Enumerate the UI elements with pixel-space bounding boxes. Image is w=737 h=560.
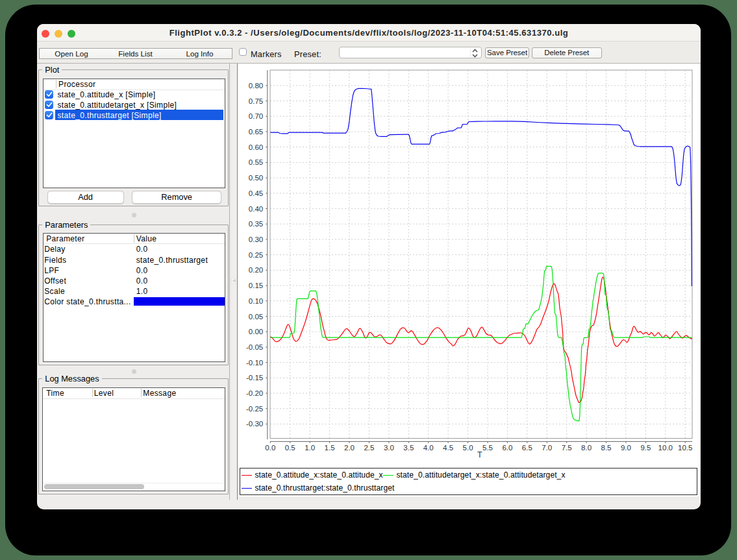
svg-text:8.0: 8.0 [581,444,592,452]
svg-text:0.15: 0.15 [249,282,263,289]
svg-text:0.10: 0.10 [249,297,263,305]
svg-text:0.40: 0.40 [249,205,263,213]
svg-text:T: T [477,450,482,459]
svg-text:1.0: 1.0 [305,444,315,452]
svg-text:4.5: 4.5 [443,444,453,452]
svg-text:0.25: 0.25 [249,251,263,259]
svg-text:0.35: 0.35 [249,220,263,228]
svg-text:10.0: 10.0 [658,444,673,452]
svg-text:6.5: 6.5 [522,444,532,452]
svg-text:0.45: 0.45 [249,189,263,197]
svg-text:0.5: 0.5 [285,444,295,452]
svg-text:0.20: 0.20 [249,266,263,274]
svg-text:6.0: 6.0 [502,444,512,452]
svg-text:2.5: 2.5 [364,444,374,452]
svg-text:0.50: 0.50 [249,174,263,182]
svg-text:2.0: 2.0 [344,444,355,452]
svg-text:0.30: 0.30 [249,236,263,243]
svg-text:0.80: 0.80 [249,82,263,90]
svg-text:9.5: 9.5 [640,444,651,452]
svg-text:0.0: 0.0 [265,444,275,452]
svg-text:0.60: 0.60 [249,143,263,151]
svg-text:1.5: 1.5 [325,444,335,452]
svg-text:-0.20: -0.20 [246,389,263,397]
svg-text:4.0: 4.0 [423,444,434,452]
svg-text:0.00: 0.00 [249,328,263,335]
svg-text:-0.30: -0.30 [246,420,263,428]
svg-text:9.0: 9.0 [621,444,631,452]
svg-text:-0.10: -0.10 [246,359,263,367]
svg-text:3.5: 3.5 [403,444,414,452]
svg-text:0.70: 0.70 [249,112,263,120]
svg-text:10.5: 10.5 [678,444,692,452]
svg-text:7.0: 7.0 [542,444,552,452]
svg-text:8.5: 8.5 [601,444,612,452]
svg-text:0.65: 0.65 [249,128,263,136]
svg-text:0.75: 0.75 [249,97,263,105]
svg-text:0.55: 0.55 [249,158,263,166]
svg-text:0.05: 0.05 [249,313,263,321]
svg-text:-0.15: -0.15 [246,374,263,382]
svg-text:-0.25: -0.25 [246,405,263,413]
svg-text:5.5: 5.5 [482,444,493,452]
svg-text:3.0: 3.0 [384,444,394,452]
svg-text:-0.05: -0.05 [246,343,263,351]
svg-text:5.0: 5.0 [463,444,473,452]
svg-text:7.5: 7.5 [562,444,572,452]
